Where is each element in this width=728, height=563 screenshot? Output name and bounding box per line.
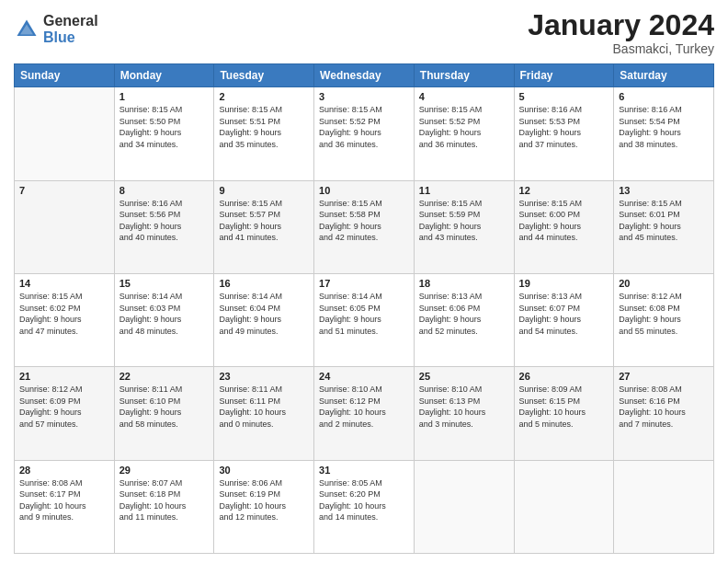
calendar-cell: 22Sunrise: 8:11 AM Sunset: 6:10 PM Dayli…: [114, 367, 214, 460]
day-info: Sunrise: 8:10 AM Sunset: 6:13 PM Dayligh…: [419, 384, 509, 430]
calendar-cell: 15Sunrise: 8:14 AM Sunset: 6:03 PM Dayli…: [114, 273, 214, 366]
column-header-thursday: Thursday: [414, 64, 514, 87]
calendar-cell: 14Sunrise: 8:15 AM Sunset: 6:02 PM Dayli…: [15, 273, 115, 366]
calendar-cell: 4Sunrise: 8:15 AM Sunset: 5:52 PM Daylig…: [414, 87, 514, 180]
day-info: Sunrise: 8:13 AM Sunset: 6:06 PM Dayligh…: [419, 291, 509, 337]
day-number: 9: [219, 185, 309, 196]
day-info: Sunrise: 8:15 AM Sunset: 5:52 PM Dayligh…: [319, 104, 409, 150]
day-number: 17: [319, 278, 409, 289]
calendar-cell: 7: [15, 180, 115, 273]
day-number: 26: [519, 371, 609, 382]
title-section: January 2024 Basmakci, Turkey: [528, 9, 714, 56]
day-info: Sunrise: 8:10 AM Sunset: 6:12 PM Dayligh…: [319, 384, 409, 430]
day-number: 25: [419, 371, 509, 382]
header: General Blue January 2024 Basmakci, Turk…: [14, 9, 714, 56]
column-header-friday: Friday: [514, 64, 614, 87]
day-number: 1: [119, 91, 210, 102]
logo-blue: Blue: [43, 29, 98, 46]
calendar-cell: [614, 460, 714, 553]
day-info: Sunrise: 8:16 AM Sunset: 5:54 PM Dayligh…: [619, 104, 709, 150]
day-number: 24: [319, 371, 409, 382]
calendar-cell: 23Sunrise: 8:11 AM Sunset: 6:11 PM Dayli…: [214, 367, 314, 460]
calendar-cell: 30Sunrise: 8:06 AM Sunset: 6:19 PM Dayli…: [214, 460, 314, 553]
page: General Blue January 2024 Basmakci, Turk…: [0, 0, 728, 563]
day-number: 13: [619, 185, 709, 196]
calendar-cell: 24Sunrise: 8:10 AM Sunset: 6:12 PM Dayli…: [314, 367, 415, 460]
day-number: 7: [19, 185, 109, 196]
calendar-cell: 3Sunrise: 8:15 AM Sunset: 5:52 PM Daylig…: [314, 87, 415, 180]
calendar-table: SundayMondayTuesdayWednesdayThursdayFrid…: [14, 63, 714, 554]
calendar-cell: 16Sunrise: 8:14 AM Sunset: 6:04 PM Dayli…: [214, 273, 314, 366]
day-info: Sunrise: 8:08 AM Sunset: 6:16 PM Dayligh…: [619, 384, 709, 430]
day-info: Sunrise: 8:14 AM Sunset: 6:04 PM Dayligh…: [219, 291, 309, 337]
calendar-cell: 25Sunrise: 8:10 AM Sunset: 6:13 PM Dayli…: [414, 367, 514, 460]
calendar-cell: 17Sunrise: 8:14 AM Sunset: 6:05 PM Dayli…: [314, 273, 415, 366]
day-info: Sunrise: 8:08 AM Sunset: 6:17 PM Dayligh…: [19, 477, 109, 523]
calendar-cell: 8Sunrise: 8:16 AM Sunset: 5:56 PM Daylig…: [114, 180, 214, 273]
day-info: Sunrise: 8:06 AM Sunset: 6:19 PM Dayligh…: [219, 477, 309, 523]
calendar-cell: 20Sunrise: 8:12 AM Sunset: 6:08 PM Dayli…: [614, 273, 714, 366]
calendar-cell: 29Sunrise: 8:07 AM Sunset: 6:18 PM Dayli…: [114, 460, 214, 553]
week-row-5: 28Sunrise: 8:08 AM Sunset: 6:17 PM Dayli…: [15, 460, 714, 553]
calendar-cell: 18Sunrise: 8:13 AM Sunset: 6:06 PM Dayli…: [414, 273, 514, 366]
day-info: Sunrise: 8:15 AM Sunset: 5:50 PM Dayligh…: [119, 104, 210, 150]
calendar-cell: 31Sunrise: 8:05 AM Sunset: 6:20 PM Dayli…: [314, 460, 415, 553]
day-info: Sunrise: 8:15 AM Sunset: 5:57 PM Dayligh…: [219, 198, 309, 244]
calendar-cell: 10Sunrise: 8:15 AM Sunset: 5:58 PM Dayli…: [314, 180, 415, 273]
week-row-4: 21Sunrise: 8:12 AM Sunset: 6:09 PM Dayli…: [15, 367, 714, 460]
column-header-saturday: Saturday: [614, 64, 714, 87]
calendar-cell: 27Sunrise: 8:08 AM Sunset: 6:16 PM Dayli…: [614, 367, 714, 460]
calendar-header-row: SundayMondayTuesdayWednesdayThursdayFrid…: [15, 64, 714, 87]
calendar-cell: 2Sunrise: 8:15 AM Sunset: 5:51 PM Daylig…: [214, 87, 314, 180]
week-row-2: 78Sunrise: 8:16 AM Sunset: 5:56 PM Dayli…: [15, 180, 714, 273]
calendar-cell: 12Sunrise: 8:15 AM Sunset: 6:00 PM Dayli…: [514, 180, 614, 273]
day-number: 11: [419, 185, 509, 196]
calendar-cell: 19Sunrise: 8:13 AM Sunset: 6:07 PM Dayli…: [514, 273, 614, 366]
day-number: 29: [119, 465, 210, 476]
day-info: Sunrise: 8:15 AM Sunset: 5:51 PM Dayligh…: [219, 104, 309, 150]
day-info: Sunrise: 8:12 AM Sunset: 6:08 PM Dayligh…: [619, 291, 709, 337]
column-header-tuesday: Tuesday: [214, 64, 314, 87]
day-info: Sunrise: 8:05 AM Sunset: 6:20 PM Dayligh…: [319, 477, 409, 523]
day-number: 27: [619, 371, 709, 382]
day-info: Sunrise: 8:15 AM Sunset: 6:02 PM Dayligh…: [19, 291, 109, 337]
calendar-cell: 5Sunrise: 8:16 AM Sunset: 5:53 PM Daylig…: [514, 87, 614, 180]
day-number: 4: [419, 91, 509, 102]
day-info: Sunrise: 8:11 AM Sunset: 6:11 PM Dayligh…: [219, 384, 309, 430]
day-info: Sunrise: 8:16 AM Sunset: 5:53 PM Dayligh…: [519, 104, 609, 150]
calendar-cell: 28Sunrise: 8:08 AM Sunset: 6:17 PM Dayli…: [15, 460, 115, 553]
day-info: Sunrise: 8:09 AM Sunset: 6:15 PM Dayligh…: [519, 384, 609, 430]
day-number: 15: [119, 278, 210, 289]
week-row-3: 14Sunrise: 8:15 AM Sunset: 6:02 PM Dayli…: [15, 273, 714, 366]
calendar-cell: 21Sunrise: 8:12 AM Sunset: 6:09 PM Dayli…: [15, 367, 115, 460]
day-info: Sunrise: 8:15 AM Sunset: 5:58 PM Dayligh…: [319, 198, 409, 244]
day-number: 30: [219, 465, 309, 476]
calendar-cell: [15, 87, 115, 180]
day-info: Sunrise: 8:15 AM Sunset: 5:52 PM Dayligh…: [419, 104, 509, 150]
day-number: 12: [519, 185, 609, 196]
day-info: Sunrise: 8:11 AM Sunset: 6:10 PM Dayligh…: [119, 384, 210, 430]
day-number: 18: [419, 278, 509, 289]
week-row-1: 1Sunrise: 8:15 AM Sunset: 5:50 PM Daylig…: [15, 87, 714, 180]
day-number: 31: [319, 465, 409, 476]
calendar-cell: 1Sunrise: 8:15 AM Sunset: 5:50 PM Daylig…: [114, 87, 214, 180]
day-number: 23: [219, 371, 309, 382]
logo-icon: [14, 17, 40, 42]
logo-text: General Blue: [43, 13, 98, 45]
day-number: 6: [619, 91, 709, 102]
day-number: 20: [619, 278, 709, 289]
day-info: Sunrise: 8:12 AM Sunset: 6:09 PM Dayligh…: [19, 384, 109, 430]
calendar-cell: [514, 460, 614, 553]
day-info: Sunrise: 8:15 AM Sunset: 6:01 PM Dayligh…: [619, 198, 709, 244]
day-info: Sunrise: 8:15 AM Sunset: 5:59 PM Dayligh…: [419, 198, 509, 244]
calendar-body: 1Sunrise: 8:15 AM Sunset: 5:50 PM Daylig…: [15, 87, 714, 554]
calendar-cell: 13Sunrise: 8:15 AM Sunset: 6:01 PM Dayli…: [614, 180, 714, 273]
calendar-cell: 11Sunrise: 8:15 AM Sunset: 5:59 PM Dayli…: [414, 180, 514, 273]
day-number: 21: [19, 371, 109, 382]
day-number: 10: [319, 185, 409, 196]
location-subtitle: Basmakci, Turkey: [528, 41, 714, 56]
day-info: Sunrise: 8:07 AM Sunset: 6:18 PM Dayligh…: [119, 477, 210, 523]
calendar-cell: [414, 460, 514, 553]
day-number: 3: [319, 91, 409, 102]
calendar-cell: 26Sunrise: 8:09 AM Sunset: 6:15 PM Dayli…: [514, 367, 614, 460]
